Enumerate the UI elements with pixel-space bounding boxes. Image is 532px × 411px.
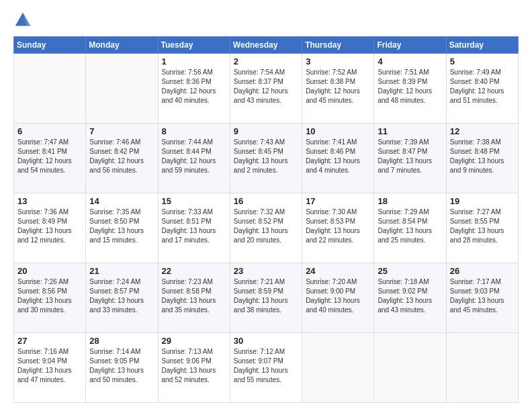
calendar-cell: 12Sunrise: 7:38 AM Sunset: 8:48 PM Dayli… xyxy=(446,124,518,193)
day-info: Sunrise: 7:14 AM Sunset: 9:05 PM Dayligh… xyxy=(89,347,154,385)
calendar-cell xyxy=(446,333,518,403)
day-number: 12 xyxy=(450,126,515,136)
day-info: Sunrise: 7:20 AM Sunset: 9:00 PM Dayligh… xyxy=(306,277,370,315)
day-info: Sunrise: 7:30 AM Sunset: 8:53 PM Dayligh… xyxy=(306,208,370,245)
day-info: Sunrise: 7:17 AM Sunset: 9:03 PM Dayligh… xyxy=(450,277,515,315)
day-info: Sunrise: 7:13 AM Sunset: 9:06 PM Dayligh… xyxy=(162,347,226,385)
day-number: 18 xyxy=(378,196,442,206)
day-number: 15 xyxy=(162,196,226,206)
day-info: Sunrise: 7:41 AM Sunset: 8:46 PM Dayligh… xyxy=(306,138,370,175)
day-info: Sunrise: 7:56 AM Sunset: 8:36 PM Dayligh… xyxy=(162,68,226,105)
day-number: 24 xyxy=(306,266,370,276)
day-info: Sunrise: 7:38 AM Sunset: 8:48 PM Dayligh… xyxy=(450,138,515,175)
calendar-cell: 20Sunrise: 7:26 AM Sunset: 8:56 PM Dayli… xyxy=(14,263,86,333)
weekday-header-tuesday: Tuesday xyxy=(158,37,230,54)
day-number: 20 xyxy=(17,266,82,276)
day-number: 11 xyxy=(378,126,442,136)
calendar-cell: 7Sunrise: 7:46 AM Sunset: 8:42 PM Daylig… xyxy=(86,124,158,193)
calendar-week-3: 13Sunrise: 7:36 AM Sunset: 8:49 PM Dayli… xyxy=(14,193,519,263)
calendar-cell: 27Sunrise: 7:16 AM Sunset: 9:04 PM Dayli… xyxy=(14,333,86,403)
day-info: Sunrise: 7:46 AM Sunset: 8:42 PM Dayligh… xyxy=(89,138,154,175)
day-info: Sunrise: 7:16 AM Sunset: 9:04 PM Dayligh… xyxy=(17,347,82,385)
weekday-header-wednesday: Wednesday xyxy=(230,37,302,54)
weekday-header-saturday: Saturday xyxy=(446,37,518,54)
calendar-cell: 24Sunrise: 7:20 AM Sunset: 9:00 PM Dayli… xyxy=(302,263,374,333)
logo xyxy=(13,11,35,30)
day-info: Sunrise: 7:23 AM Sunset: 8:58 PM Dayligh… xyxy=(162,277,226,315)
calendar-week-1: 1Sunrise: 7:56 AM Sunset: 8:36 PM Daylig… xyxy=(14,54,519,124)
calendar-week-5: 27Sunrise: 7:16 AM Sunset: 9:04 PM Dayli… xyxy=(14,333,519,403)
calendar-cell: 21Sunrise: 7:24 AM Sunset: 8:57 PM Dayli… xyxy=(86,263,158,333)
day-info: Sunrise: 7:26 AM Sunset: 8:56 PM Dayligh… xyxy=(17,277,82,315)
calendar-header-row: SundayMondayTuesdayWednesdayThursdayFrid… xyxy=(14,37,519,54)
day-number: 21 xyxy=(89,266,154,276)
calendar-cell: 10Sunrise: 7:41 AM Sunset: 8:46 PM Dayli… xyxy=(302,124,374,193)
day-info: Sunrise: 7:44 AM Sunset: 8:44 PM Dayligh… xyxy=(162,138,226,175)
day-number: 26 xyxy=(450,266,515,276)
calendar-cell: 15Sunrise: 7:33 AM Sunset: 8:51 PM Dayli… xyxy=(158,193,230,263)
calendar-week-2: 6Sunrise: 7:47 AM Sunset: 8:41 PM Daylig… xyxy=(14,124,519,193)
day-number: 19 xyxy=(450,196,515,206)
day-info: Sunrise: 7:51 AM Sunset: 8:39 PM Dayligh… xyxy=(378,68,442,105)
day-number: 27 xyxy=(17,336,82,346)
day-number: 6 xyxy=(17,126,82,136)
calendar-cell xyxy=(86,54,158,124)
day-info: Sunrise: 7:24 AM Sunset: 8:57 PM Dayligh… xyxy=(89,277,154,315)
calendar-cell: 18Sunrise: 7:29 AM Sunset: 8:54 PM Dayli… xyxy=(374,193,446,263)
day-info: Sunrise: 7:39 AM Sunset: 8:47 PM Dayligh… xyxy=(378,138,442,175)
day-number: 16 xyxy=(234,196,298,206)
day-info: Sunrise: 7:27 AM Sunset: 8:55 PM Dayligh… xyxy=(450,208,515,245)
logo-icon xyxy=(13,11,32,30)
day-info: Sunrise: 7:18 AM Sunset: 9:02 PM Dayligh… xyxy=(378,277,442,315)
calendar-table: SundayMondayTuesdayWednesdayThursdayFrid… xyxy=(13,36,519,403)
calendar-cell: 13Sunrise: 7:36 AM Sunset: 8:49 PM Dayli… xyxy=(14,193,86,263)
day-number: 25 xyxy=(378,266,442,276)
day-info: Sunrise: 7:32 AM Sunset: 8:52 PM Dayligh… xyxy=(234,208,298,245)
calendar-cell xyxy=(14,54,86,124)
calendar-cell: 14Sunrise: 7:35 AM Sunset: 8:50 PM Dayli… xyxy=(86,193,158,263)
header xyxy=(13,11,519,30)
day-info: Sunrise: 7:29 AM Sunset: 8:54 PM Dayligh… xyxy=(378,208,442,245)
calendar-cell: 17Sunrise: 7:30 AM Sunset: 8:53 PM Dayli… xyxy=(302,193,374,263)
day-number: 17 xyxy=(306,196,370,206)
day-number: 23 xyxy=(234,266,298,276)
day-info: Sunrise: 7:43 AM Sunset: 8:45 PM Dayligh… xyxy=(234,138,298,175)
day-number: 1 xyxy=(162,56,226,66)
calendar-cell: 11Sunrise: 7:39 AM Sunset: 8:47 PM Dayli… xyxy=(374,124,446,193)
day-number: 4 xyxy=(378,56,442,66)
day-number: 30 xyxy=(234,336,298,346)
calendar-cell: 25Sunrise: 7:18 AM Sunset: 9:02 PM Dayli… xyxy=(374,263,446,333)
day-number: 28 xyxy=(89,336,154,346)
calendar-cell: 2Sunrise: 7:54 AM Sunset: 8:37 PM Daylig… xyxy=(230,54,302,124)
calendar-cell: 5Sunrise: 7:49 AM Sunset: 8:40 PM Daylig… xyxy=(446,54,518,124)
day-info: Sunrise: 7:52 AM Sunset: 8:38 PM Dayligh… xyxy=(306,68,370,105)
weekday-header-sunday: Sunday xyxy=(14,37,86,54)
day-info: Sunrise: 7:21 AM Sunset: 8:59 PM Dayligh… xyxy=(234,277,298,315)
calendar-cell: 30Sunrise: 7:12 AM Sunset: 9:07 PM Dayli… xyxy=(230,333,302,403)
day-info: Sunrise: 7:47 AM Sunset: 8:41 PM Dayligh… xyxy=(17,138,82,175)
calendar-cell xyxy=(374,333,446,403)
day-number: 8 xyxy=(162,126,226,136)
day-info: Sunrise: 7:36 AM Sunset: 8:49 PM Dayligh… xyxy=(17,208,82,245)
day-number: 22 xyxy=(162,266,226,276)
day-info: Sunrise: 7:33 AM Sunset: 8:51 PM Dayligh… xyxy=(162,208,226,245)
day-number: 5 xyxy=(450,56,515,66)
page: SundayMondayTuesdayWednesdayThursdayFrid… xyxy=(0,0,532,411)
calendar-cell: 26Sunrise: 7:17 AM Sunset: 9:03 PM Dayli… xyxy=(446,263,518,333)
weekday-header-friday: Friday xyxy=(374,37,446,54)
calendar-cell: 4Sunrise: 7:51 AM Sunset: 8:39 PM Daylig… xyxy=(374,54,446,124)
calendar-cell: 9Sunrise: 7:43 AM Sunset: 8:45 PM Daylig… xyxy=(230,124,302,193)
calendar-cell: 22Sunrise: 7:23 AM Sunset: 8:58 PM Dayli… xyxy=(158,263,230,333)
day-number: 3 xyxy=(306,56,370,66)
day-number: 14 xyxy=(89,196,154,206)
day-number: 2 xyxy=(234,56,298,66)
day-number: 9 xyxy=(234,126,298,136)
calendar-cell: 16Sunrise: 7:32 AM Sunset: 8:52 PM Dayli… xyxy=(230,193,302,263)
calendar-cell: 8Sunrise: 7:44 AM Sunset: 8:44 PM Daylig… xyxy=(158,124,230,193)
calendar-cell: 19Sunrise: 7:27 AM Sunset: 8:55 PM Dayli… xyxy=(446,193,518,263)
calendar-week-4: 20Sunrise: 7:26 AM Sunset: 8:56 PM Dayli… xyxy=(14,263,519,333)
day-number: 13 xyxy=(17,196,82,206)
day-info: Sunrise: 7:35 AM Sunset: 8:50 PM Dayligh… xyxy=(89,208,154,245)
weekday-header-monday: Monday xyxy=(86,37,158,54)
day-number: 10 xyxy=(306,126,370,136)
